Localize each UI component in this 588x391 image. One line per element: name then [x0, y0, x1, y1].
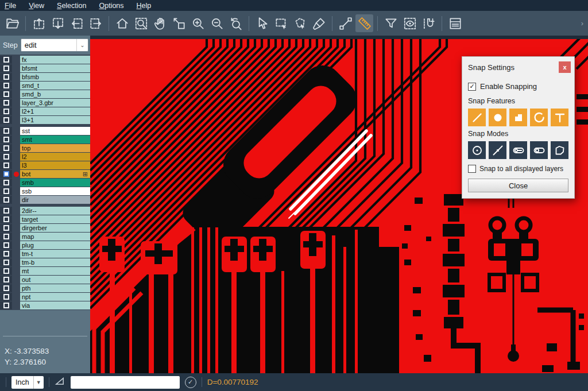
zoom-selection-icon[interactable] — [170, 14, 188, 32]
layer-name[interactable]: mt — [20, 267, 90, 275]
layer-name[interactable]: bfsmt — [20, 64, 90, 72]
close-icon[interactable]: x — [559, 61, 571, 73]
notes-form-icon[interactable] — [446, 14, 464, 32]
layer-visibility-checkbox[interactable] — [0, 250, 12, 258]
layer-visibility-checkbox[interactable] — [0, 56, 12, 64]
zoom-out-icon[interactable] — [208, 14, 226, 32]
layer-visibility-checkbox[interactable] — [0, 64, 12, 72]
pcb-canvas[interactable]: Snap Settings x ✓ Enable Snapping Snap F… — [90, 36, 588, 373]
layer-visibility-checkbox[interactable] — [0, 179, 12, 187]
enable-snapping-row[interactable]: ✓ Enable Snapping — [468, 82, 568, 91]
select-pointer-icon[interactable] — [253, 14, 271, 32]
dialog-title-bar[interactable]: Snap Settings x — [462, 57, 574, 76]
layer-name[interactable]: sst — [20, 127, 90, 135]
step-select[interactable]: edit ⌄ — [21, 38, 88, 52]
layer-name[interactable]: plug — [20, 241, 90, 249]
layer-name[interactable]: map — [20, 233, 90, 241]
layer-name[interactable]: npt — [20, 293, 90, 301]
layer-visibility-checkbox[interactable] — [0, 170, 12, 178]
import-left-icon[interactable] — [68, 14, 86, 32]
zoom-previous-icon[interactable] — [227, 14, 245, 32]
layer-name[interactable]: bot⊞ — [20, 170, 90, 178]
layer-name[interactable]: out — [20, 276, 90, 284]
sheet-grid-icon[interactable]: ⊞ — [83, 170, 88, 178]
snap-all-layers-row[interactable]: Snap to all displayed layers — [468, 165, 568, 173]
layer-name[interactable]: l2+1 — [20, 107, 90, 115]
snap-mode-point-on-line-icon[interactable] — [489, 141, 506, 159]
layer-visibility-checkbox[interactable] — [0, 90, 12, 98]
snap-mode-surface-corner-icon[interactable] — [551, 141, 568, 159]
snap-mode-slot-outline-icon[interactable] — [530, 141, 548, 159]
select-rectangle-icon[interactable] — [272, 14, 290, 32]
ruler-icon[interactable] — [355, 14, 373, 32]
layer-visibility-checkbox[interactable] — [0, 153, 12, 161]
paint-brush-icon[interactable] — [310, 14, 328, 32]
layer-visibility-checkbox[interactable] — [0, 187, 12, 195]
select-polygon-icon[interactable] — [291, 14, 309, 32]
import-right-icon[interactable] — [87, 14, 105, 32]
layer-visibility-checkbox[interactable] — [0, 99, 12, 107]
layer-visibility-checkbox[interactable] — [0, 224, 12, 232]
menu-selection[interactable]: Selection — [57, 2, 86, 10]
layer-name[interactable]: smd_b — [20, 90, 90, 98]
snap-mode-center-icon[interactable] — [468, 141, 486, 159]
zoom-window-icon[interactable] — [132, 14, 150, 32]
menu-help[interactable]: Help — [137, 2, 152, 10]
snap-feature-surface-icon[interactable] — [509, 109, 527, 126]
import-down-icon[interactable] — [49, 14, 67, 32]
angle-mode-icon[interactable] — [55, 375, 65, 389]
layer-visibility-checkbox[interactable] — [0, 207, 12, 215]
layer-visibility-checkbox[interactable] — [0, 267, 12, 275]
layer-name[interactable]: l3+1 — [20, 116, 90, 124]
menu-options[interactable]: Options — [99, 2, 123, 10]
layer-name[interactable]: via — [20, 301, 90, 309]
zoom-in-icon[interactable] — [189, 14, 207, 32]
layer-name[interactable]: smt — [20, 136, 90, 144]
layer-visibility-checkbox[interactable] — [0, 215, 12, 223]
layer-visibility-checkbox[interactable] — [0, 107, 12, 115]
measure-input[interactable] — [71, 376, 180, 389]
layer-visibility-checkbox[interactable] — [0, 161, 12, 169]
layer-visibility-checkbox[interactable] — [0, 276, 12, 284]
import-up-icon[interactable] — [30, 14, 48, 32]
layer-name[interactable]: ssb — [20, 187, 90, 195]
layer-name[interactable]: dir — [20, 196, 90, 204]
layer-visibility-checkbox[interactable] — [0, 127, 12, 135]
unit-select[interactable]: Inch ▼ — [11, 376, 44, 389]
measure-points-icon[interactable] — [336, 14, 354, 32]
toolbar-overflow-icon[interactable]: › — [581, 19, 585, 28]
snap-icon[interactable] — [420, 14, 438, 32]
snap-mode-slot-center-line-icon[interactable] — [509, 141, 527, 159]
layer-visibility-checkbox[interactable] — [0, 82, 12, 90]
view-options-icon[interactable] — [401, 14, 419, 32]
layer-name[interactable]: l2 — [20, 153, 90, 161]
layer-visibility-checkbox[interactable] — [0, 196, 12, 204]
layer-visibility-checkbox[interactable] — [0, 116, 12, 124]
layer-name[interactable]: smd_t — [20, 82, 90, 90]
layer-visibility-checkbox[interactable] — [0, 136, 12, 144]
layer-name[interactable]: fx — [20, 56, 90, 64]
layer-visibility-checkbox[interactable] — [0, 241, 12, 249]
open-folder-icon[interactable] — [3, 14, 21, 32]
home-icon[interactable] — [113, 14, 131, 32]
snap-all-layers-checkbox[interactable] — [468, 165, 476, 173]
snap-feature-text-icon[interactable] — [551, 109, 568, 126]
layer-visibility-checkbox[interactable] — [0, 258, 12, 266]
layer-name[interactable]: tm-b — [20, 258, 90, 266]
layer-visibility-checkbox[interactable] — [0, 73, 12, 81]
layer-name[interactable]: dirgerber — [20, 224, 90, 232]
layer-name[interactable]: l3 — [20, 161, 90, 169]
snap-feature-arc-icon[interactable] — [530, 109, 548, 126]
enable-snapping-checkbox[interactable]: ✓ — [468, 83, 476, 91]
layer-name[interactable]: smb — [20, 179, 90, 187]
filter-icon[interactable] — [382, 14, 400, 32]
layer-name[interactable]: pth — [20, 284, 90, 292]
layer-name[interactable]: tm-t — [20, 250, 90, 258]
layer-name[interactable]: top — [20, 144, 90, 152]
layer-visibility-checkbox[interactable] — [0, 144, 12, 152]
layer-name[interactable]: layer_3.gbr — [20, 99, 90, 107]
layer-name[interactable]: target — [20, 215, 90, 223]
pan-hand-icon[interactable] — [151, 14, 169, 32]
layer-visibility-checkbox[interactable] — [0, 301, 12, 309]
menu-file[interactable]: File — [5, 2, 16, 10]
